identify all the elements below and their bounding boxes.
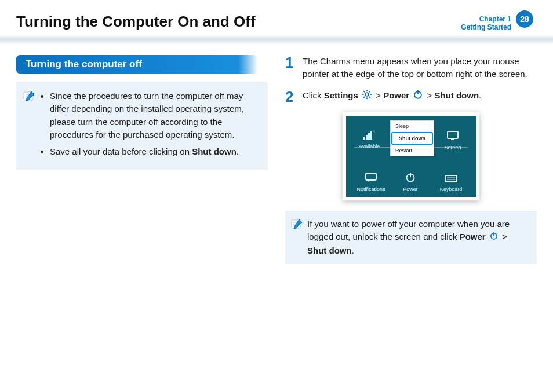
note-text-post: . [237,146,239,156]
note-box: Since the procedures to turn the compute… [16,82,268,170]
notifications-icon [355,171,387,184]
step-bold: Settings [324,90,358,100]
signal-icon [355,130,383,141]
step-text: > [427,90,435,100]
step-number: 2 [285,89,296,104]
step-text: Click [303,90,324,100]
step-bold: Shut down [434,90,479,100]
tip-box: If you want to power off your computer w… [285,211,537,264]
note-icon [291,219,303,257]
note-item: Since the procedures to turn the compute… [50,90,259,142]
menu-item-shutdown[interactable]: Shut down [391,132,433,145]
tip-text: . [352,246,354,255]
step-body: Click Settings > Power > Shut down. [303,89,537,104]
charms-tile-notifications: Notifications [355,171,387,192]
left-column: Turning the computer off Since the proce… [16,55,268,264]
step-number: 1 [285,55,296,81]
note-item: Save all your data before clicking on Sh… [50,145,259,159]
power-icon [395,171,426,184]
page-number-badge: 28 [516,10,533,28]
note-text-bold: Shut down [192,146,237,156]
chapter-block: Chapter 1 Getting Started 28 [461,13,533,32]
note-text-pre: Save all your data before clicking on [50,146,192,156]
step-text: . [479,90,481,100]
right-column: 1 The Charms menu appears when you place… [285,55,537,264]
page-title: Turning the Computer On and Off [16,13,256,31]
power-icon [489,231,499,244]
section-heading: Turning the computer off [16,55,258,74]
gear-icon [362,89,372,104]
note-list: Since the procedures to turn the compute… [39,90,259,162]
menu-item-restart[interactable]: Restart [391,145,434,156]
power-icon [413,89,423,104]
tile-label: Power [403,186,418,192]
step-1: 1 The Charms menu appears when you place… [285,55,537,81]
note-icon [23,91,35,162]
keyboard-icon [435,173,467,184]
charms-tile-available: Available [355,130,383,149]
tile-label: Keyboard [440,186,463,192]
charms-tile-power: Power [395,171,426,192]
tile-label: Notifications [356,186,385,192]
chapter-line2: Getting Started [461,23,511,31]
tile-label: Available [359,144,380,149]
charms-tile-screen: Screen [439,130,467,151]
page-header: Turning the Computer On and Off Chapter … [0,0,553,32]
step-bold: Power [383,90,409,100]
tile-label: Screen [445,145,461,151]
step-2: 2 Click Settings > Power > Shut down. [285,89,537,104]
charms-tile-keyboard: Keyboard [435,173,467,192]
step-text: > [376,90,383,100]
chapter-line1: Chapter 1 [461,15,511,23]
tip-bold: Shut down [307,246,352,255]
tip-text: If you want to power off your computer w… [307,218,529,257]
chapter-label: Chapter 1 Getting Started [461,13,511,32]
charms-illustration: Available Screen Notifications Power Key… [343,112,479,200]
tip-bold: Power [460,232,486,241]
header-divider [0,35,553,45]
menu-item-sleep[interactable]: Sleep [391,121,434,131]
note-text: Since the procedures to turn the compute… [50,91,244,140]
power-menu: Sleep Shut down Restart [390,120,434,156]
screen-icon [439,130,467,142]
tip-text: > [500,232,507,241]
step-body: The Charms menu appears when you place y… [303,55,537,81]
